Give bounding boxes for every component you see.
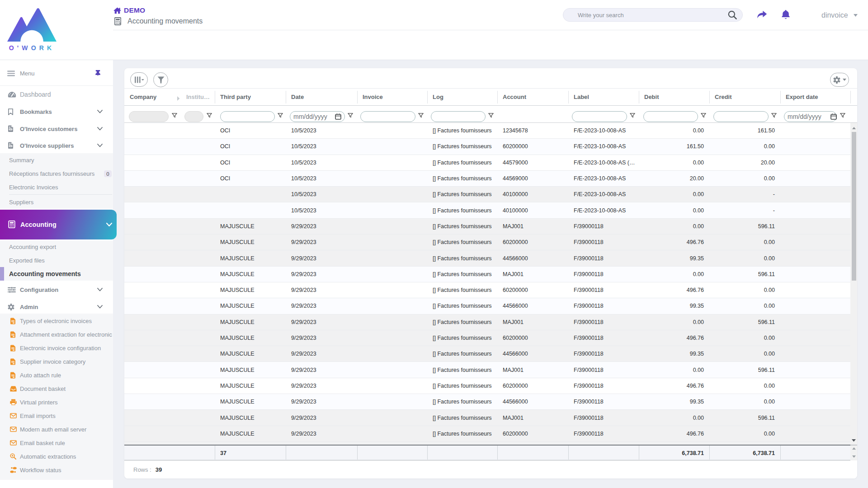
svg-text:O'WORK: O'WORK: [9, 44, 55, 52]
